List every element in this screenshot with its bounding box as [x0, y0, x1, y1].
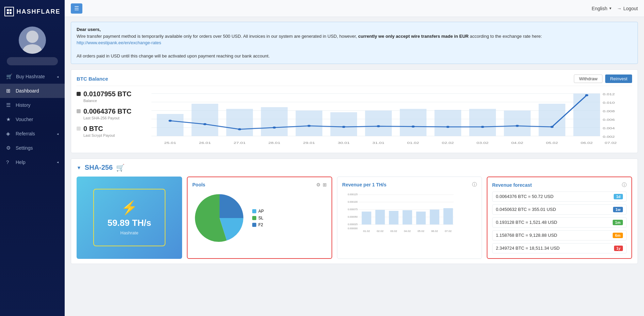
- svg-rect-24: [573, 94, 600, 136]
- svg-text:0.004: 0.004: [603, 126, 615, 130]
- forecast-rows: 0.0064376 BTC = 50.72 USD 1d 0.0450632 B…: [492, 192, 627, 253]
- forecast-title: Revenue forecast: [492, 182, 532, 188]
- alert-link[interactable]: http://www.eestipank.ee/en/exchange-rate…: [77, 40, 161, 45]
- forecast-badge-1y: 1y: [614, 246, 623, 251]
- search-input[interactable]: [7, 57, 58, 65]
- sidebar-item-history[interactable]: ☰ History: [0, 98, 65, 112]
- svg-rect-73: [416, 212, 426, 224]
- sidebar-label-settings: Settings: [16, 145, 33, 151]
- forecast-card-header: Revenue forecast ⓘ: [492, 182, 627, 188]
- pools-card: Pools ⚙ ⊞: [187, 177, 332, 259]
- sha-cart-icon: 🛒: [116, 164, 125, 172]
- svg-point-30: [342, 126, 345, 128]
- pools-card-header: Pools ⚙ ⊞: [192, 182, 327, 187]
- sidebar-item-settings[interactable]: ⚙ Settings: [0, 141, 65, 155]
- btc-balance-header: BTC Balance Withdraw Reinvest: [77, 74, 632, 86]
- cart-icon: 🛒: [6, 73, 13, 80]
- forecast-value-1m: 0.193128 BTC = 1,521.48 USD: [496, 220, 557, 225]
- chevron-down-icon: ▼: [609, 6, 612, 10]
- svg-text:01.02: 01.02: [363, 230, 370, 233]
- forecast-row-1d: 0.0064376 BTC = 50.72 USD 1d: [492, 192, 627, 202]
- topbar: ☰ English ▼ → Logout: [65, 0, 644, 17]
- svg-text:05.02: 05.02: [418, 230, 425, 233]
- topbar-left: ☰: [71, 3, 82, 14]
- reinvest-button[interactable]: Reinvest: [605, 74, 632, 83]
- svg-text:07.02: 07.02: [445, 230, 452, 233]
- svg-rect-17: [331, 112, 357, 136]
- ap-label: AP: [258, 209, 264, 214]
- legend-ap: AP: [252, 209, 264, 214]
- svg-text:28.01: 28.01: [268, 141, 280, 145]
- svg-rect-0: [7, 9, 9, 11]
- info-icon-forecast[interactable]: ⓘ: [622, 182, 627, 188]
- logo-text: HASHFLARE: [17, 8, 61, 15]
- svg-point-31: [377, 125, 380, 127]
- svg-text:0.008: 0.008: [603, 109, 615, 113]
- withdraw-button[interactable]: Withdraw: [574, 74, 602, 83]
- forecast-card: Revenue forecast ⓘ 0.0064376 BTC = 50.72…: [487, 177, 632, 259]
- sidebar: HASHFLARE 🛒 Buy Hashrate ◂ ⊞ Dashboard ☰…: [0, 0, 65, 316]
- logo-area: HASHFLARE: [0, 3, 65, 21]
- sha-chevron-icon: ▼: [77, 165, 81, 170]
- svg-rect-69: [362, 212, 371, 224]
- sidebar-item-help[interactable]: ? Help ◂: [0, 155, 65, 169]
- btc-stats: 0.0107955 BTC Balance 0.0064376 BTC Last…: [77, 90, 151, 148]
- forecast-value-6m: 1.158768 BTC = 9,128.88 USD: [496, 233, 557, 238]
- svg-rect-2: [7, 12, 9, 14]
- btc-dot-sha: [77, 109, 81, 113]
- grid-icon: ⊞: [6, 88, 12, 94]
- svg-text:06.02: 06.02: [581, 141, 593, 145]
- forecast-row-1w: 0.0450632 BTC = 355.01 USD 1w: [492, 204, 627, 215]
- forecast-value-1w: 0.0450632 BTC = 355.01 USD: [496, 207, 556, 212]
- revenue-title: Revenue per 1 TH/s: [342, 182, 386, 187]
- forecast-row-1m: 0.193128 BTC = 1,521.48 USD 1m: [492, 217, 627, 228]
- language-selector[interactable]: English ▼: [592, 6, 612, 11]
- svg-point-4: [26, 31, 38, 43]
- svg-text:03.02: 03.02: [477, 141, 488, 145]
- sidebar-item-voucher[interactable]: ★ Voucher: [0, 112, 65, 127]
- forecast-card-icons: ⓘ: [622, 182, 627, 188]
- svg-rect-72: [403, 210, 412, 224]
- main-area: ☰ English ▼ → Logout Dear users, Wire tr…: [65, 0, 644, 316]
- svg-text:02.02: 02.02: [377, 230, 384, 233]
- revenue-card-header: Revenue per 1 TH/s ⓘ: [342, 182, 477, 188]
- sha-section: ▼ SHA-256 🛒 ⚡ 59.89 TH/s Hashrate Pools: [71, 159, 638, 264]
- logout-label: Logout: [623, 6, 638, 11]
- forecast-row-6m: 1.158768 BTC = 9,128.88 USD 6m: [492, 230, 627, 240]
- svg-text:0.006: 0.006: [603, 118, 615, 121]
- svg-text:29.01: 29.01: [303, 141, 315, 145]
- svg-point-26: [203, 123, 206, 125]
- hamburger-button[interactable]: ☰: [71, 3, 82, 14]
- list-icon: ☰: [6, 102, 12, 108]
- sidebar-item-referrals[interactable]: ◈ Referrals ◂: [0, 127, 65, 141]
- hashrate-inner: ⚡ 59.89 TH/s Hashrate: [93, 189, 166, 246]
- alert-line1-end: according to the exchange rate here:: [469, 34, 542, 39]
- svg-rect-21: [469, 109, 496, 136]
- alert-intro: Dear users,: [77, 27, 101, 32]
- alert-line2: All orders paid in USD until this change…: [77, 53, 270, 59]
- svg-rect-14: [226, 109, 253, 136]
- info-icon-rev[interactable]: ⓘ: [472, 182, 477, 188]
- chevron-right-icon: ◂: [57, 75, 59, 79]
- revenue-chart: 01.02 02.02 03.02 04.02 05.02 06.02 07.0…: [342, 191, 477, 235]
- sidebar-item-buy-hashrate[interactable]: 🛒 Buy Hashrate ◂: [0, 69, 65, 84]
- btc-balance-section: BTC Balance Withdraw Reinvest 0.0107955 …: [71, 69, 638, 153]
- svg-point-35: [516, 125, 519, 127]
- svg-text:31.01: 31.01: [372, 141, 384, 145]
- topbar-right: English ▼ → Logout: [592, 6, 638, 11]
- logout-button[interactable]: → Logout: [617, 6, 638, 11]
- info-icon[interactable]: ⚙: [316, 182, 321, 187]
- svg-point-32: [412, 126, 415, 128]
- svg-text:0.002: 0.002: [603, 135, 615, 138]
- gear-icon-pools[interactable]: ⊞: [323, 182, 327, 187]
- svg-point-34: [481, 126, 484, 128]
- svg-point-27: [238, 128, 241, 130]
- svg-point-28: [273, 127, 276, 129]
- forecast-value-1y: 2.349724 BTC = 18,511.34 USD: [496, 246, 560, 251]
- sidebar-label-dashboard: Dashboard: [16, 88, 39, 94]
- btc-dot-main: [77, 92, 81, 96]
- svg-text:0.000075: 0.000075: [348, 208, 358, 211]
- sidebar-item-dashboard[interactable]: ⊞ Dashboard: [0, 84, 65, 98]
- svg-text:0.010: 0.010: [603, 101, 615, 104]
- chevron-right-icon-2: ◂: [57, 132, 59, 136]
